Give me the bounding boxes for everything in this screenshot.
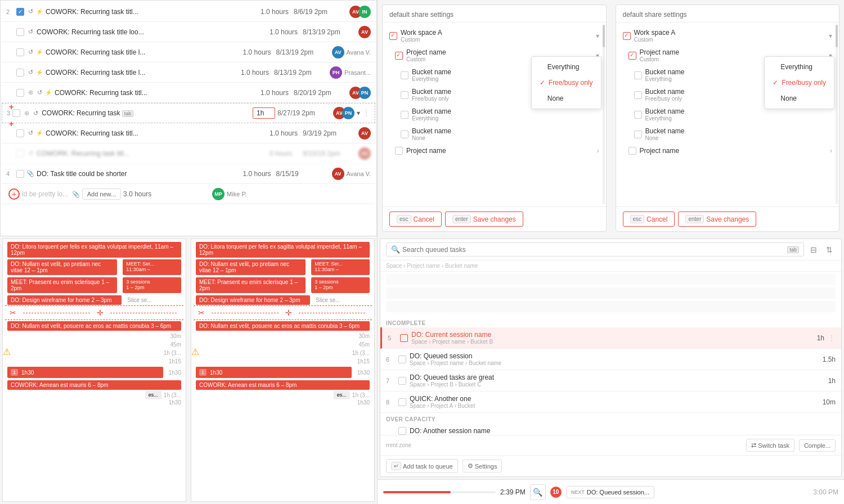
table-row: 4 📎 DO: Task title could be shorter 1.0 … bbox=[2, 164, 375, 184]
option-everything-right[interactable]: Everything bbox=[765, 59, 834, 75]
add-above-btn[interactable]: + bbox=[9, 102, 14, 111]
bucket-checkbox[interactable] bbox=[401, 111, 408, 119]
filter-icon[interactable]: ⊟ bbox=[807, 244, 820, 256]
cal-event-meet-b[interactable]: MEET: Ser... 11:30am – bbox=[311, 259, 370, 275]
queue-item-checkbox[interactable] bbox=[398, 377, 406, 385]
calendar-panels-container: ⚠ DO: Litora torquent per felis ex sagit… bbox=[0, 236, 377, 504]
bucket-checkbox[interactable] bbox=[634, 111, 642, 119]
cal-event-cowork-b[interactable]: COWORK: Aenean est mauris 6 – 8pm bbox=[196, 380, 370, 390]
task-checkbox[interactable] bbox=[16, 89, 24, 97]
cal-event-b[interactable]: DO: Nullam est velit, po pretiam nec vit… bbox=[196, 259, 306, 275]
option-none-right[interactable]: None bbox=[765, 91, 834, 106]
settings-icon: ⚙ bbox=[468, 462, 473, 470]
cal-event-2[interactable]: DO: Litora torquent per felis ex sagitta… bbox=[196, 242, 370, 258]
scrollbar-thumb[interactable] bbox=[603, 25, 605, 47]
next-task-title: DO: Queued session... bbox=[587, 489, 649, 496]
project-arrow[interactable]: › bbox=[597, 147, 599, 155]
share-panel-title-right: default share settings bbox=[616, 5, 839, 22]
option-none[interactable]: None bbox=[532, 91, 601, 106]
queue-item-sub: Space › Project name › Bucket name bbox=[410, 360, 812, 366]
queue-item-checkbox[interactable] bbox=[398, 398, 406, 406]
task-date: 8/15/19 bbox=[276, 170, 330, 178]
search-input[interactable] bbox=[402, 246, 785, 254]
row-options-dots[interactable]: ⋮ bbox=[362, 109, 370, 118]
enter-key-right: enter bbox=[685, 215, 704, 223]
task-checkbox[interactable] bbox=[16, 129, 24, 137]
workspace-arrow[interactable]: ▾ bbox=[829, 32, 832, 40]
option-everything[interactable]: Everything bbox=[532, 59, 601, 75]
cal-event-sessions-b[interactable]: 3 sessions 1 – 2pm bbox=[311, 277, 370, 293]
cal-event[interactable]: DO: Nullam est velit, po pretiam nec vit… bbox=[7, 259, 117, 275]
cal-event-2b[interactable]: MEET: Praesent eu enim sclerisque 1 – 2p… bbox=[196, 277, 306, 293]
bucket-checkbox[interactable] bbox=[634, 91, 642, 99]
calendar-panel-right: ⚠ DO: Litora torquent per felis ex sagit… bbox=[191, 238, 375, 502]
project-arrow[interactable]: › bbox=[830, 147, 832, 155]
cal-event-sessions[interactable]: 3 sessions 1 – 2pm bbox=[123, 277, 181, 293]
queue-item-checkbox[interactable] bbox=[398, 427, 406, 435]
task-checkbox[interactable] bbox=[16, 170, 24, 178]
cal-event[interactable]: MEET: Praesent eu enim sclerisque 1 – 2p… bbox=[7, 277, 117, 293]
option-free-busy-right[interactable]: Free/busy only bbox=[765, 75, 834, 91]
switch-task-button[interactable]: ⇄ Switch task bbox=[746, 439, 794, 452]
extra-time-row-b: es... 1h (3... bbox=[194, 391, 372, 399]
add-new-button[interactable]: + bbox=[8, 188, 20, 200]
workspace-checkbox[interactable] bbox=[389, 32, 397, 40]
time-label-1h30: 1h30 bbox=[167, 368, 183, 377]
save-button-left[interactable]: enter Save changes bbox=[445, 212, 523, 227]
cal-event-design[interactable]: DO: Design wireframe for home 2 – 3pm bbox=[7, 295, 122, 305]
cal-event[interactable]: DO: Litora torquent per felis ex sagitta… bbox=[7, 242, 181, 258]
cal-event-cowork[interactable]: COWORK: Aenean est mauris 6 – 8pm bbox=[7, 380, 181, 390]
option-free-busy[interactable]: Free/busy only bbox=[532, 75, 601, 91]
bucket-checkbox[interactable] bbox=[401, 71, 408, 79]
task-hours: 1.0 hours bbox=[261, 8, 291, 16]
project-checkbox[interactable] bbox=[628, 147, 636, 155]
add-to-queue-button[interactable]: ↵ Add task to queue bbox=[386, 459, 458, 473]
add-below-btn[interactable]: + bbox=[9, 119, 14, 128]
cal-event-nullam2b[interactable]: DO: Nullam est velit, posuere ac eros ac… bbox=[196, 321, 370, 331]
workspace-arrow[interactable]: ▾ bbox=[596, 32, 599, 40]
cal-event-design-b[interactable]: DO: Design wireframe for home 2 – 3pm bbox=[196, 295, 310, 305]
cal-event-nullam2[interactable]: DO: Nullam est velit, posuere ac eros ac… bbox=[7, 321, 181, 331]
task-checkbox[interactable] bbox=[12, 109, 20, 117]
zoom-button[interactable]: 🔍 bbox=[530, 484, 546, 500]
cal-row-group-4b: 30m 45m 1h (3... 1h15 bbox=[194, 332, 372, 364]
project-checkbox[interactable] bbox=[395, 52, 403, 60]
time-input[interactable] bbox=[253, 107, 275, 119]
next-task-button[interactable]: NEXT DO: Queued session... bbox=[566, 486, 654, 498]
sort-icon[interactable]: ⇅ bbox=[823, 244, 836, 256]
settings-button-queue[interactable]: ⚙ Settings bbox=[463, 460, 502, 472]
queue-item-checkbox[interactable] bbox=[398, 356, 406, 363]
time-label-extra: 1h (3... bbox=[161, 391, 183, 399]
complete-button[interactable]: Comple... bbox=[799, 439, 836, 452]
time-label: 45m bbox=[124, 340, 183, 348]
task-checkbox[interactable] bbox=[16, 28, 24, 36]
time-label-bottom-b: 1h30 bbox=[194, 399, 372, 406]
task-checkbox[interactable] bbox=[16, 8, 24, 16]
task-checkbox[interactable] bbox=[16, 69, 24, 76]
recurring-icon: ↺ bbox=[26, 48, 34, 56]
workspace-checkbox[interactable] bbox=[623, 32, 631, 40]
task-hours: 1.0 hours bbox=[270, 129, 300, 137]
project-checkbox[interactable] bbox=[628, 52, 636, 60]
cancel-button-left[interactable]: esc Cancel bbox=[389, 212, 442, 227]
dropdown-arrow[interactable]: ▾ bbox=[357, 109, 360, 117]
queue-item-checkbox[interactable] bbox=[400, 334, 408, 342]
queue-item-title: DO: Current session name bbox=[411, 331, 801, 339]
cancel-button-right[interactable]: esc Cancel bbox=[623, 212, 675, 227]
lightning-icon: ⚡ bbox=[44, 89, 52, 97]
queue-item-sub: Space › Project B › Bucket C bbox=[410, 381, 812, 388]
project-checkbox[interactable] bbox=[395, 147, 403, 155]
bucket-checkbox[interactable] bbox=[634, 130, 642, 138]
scrollbar-thumb-right[interactable] bbox=[836, 25, 838, 47]
event-sessions: 3 sessions bbox=[315, 279, 339, 285]
task-checkbox[interactable] bbox=[16, 48, 24, 56]
save-button-right[interactable]: enter Save changes bbox=[678, 212, 756, 227]
add-new-item-button[interactable]: Add new... bbox=[82, 188, 121, 200]
queue-item-time: 1h bbox=[805, 334, 824, 342]
bucket-checkbox[interactable] bbox=[634, 71, 642, 79]
bucket-checkbox[interactable] bbox=[401, 91, 408, 99]
complete-label: Comple... bbox=[804, 442, 830, 449]
bucket-checkbox[interactable] bbox=[401, 130, 408, 138]
queue-item-dots[interactable]: ⋮ bbox=[828, 334, 836, 343]
cal-event-meet[interactable]: MEET: Ser... 11:30am – bbox=[123, 259, 181, 275]
